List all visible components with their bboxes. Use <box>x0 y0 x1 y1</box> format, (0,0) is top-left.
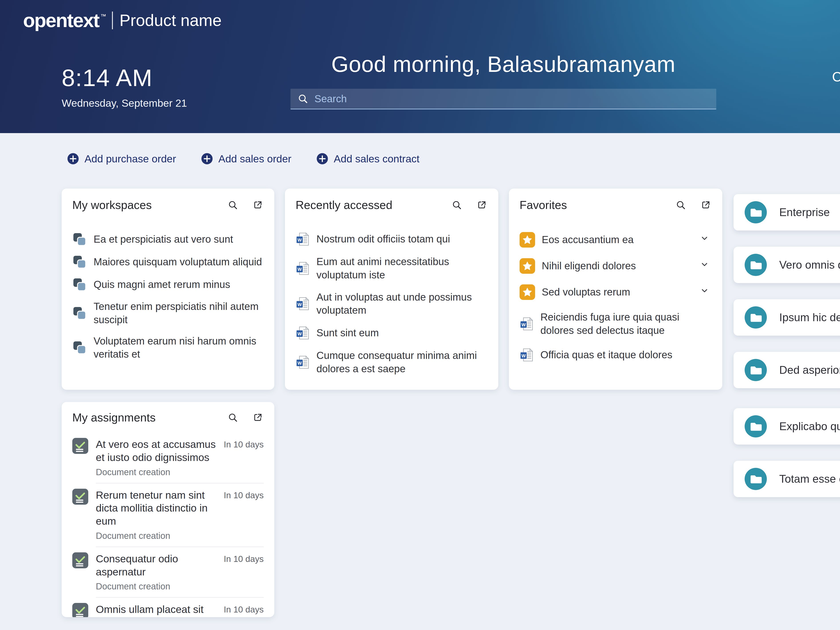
word-document-icon: W <box>295 261 310 275</box>
divider <box>96 483 264 483</box>
workspace-label: Tenetur enim perspiciatis nihil autem su… <box>93 300 264 326</box>
recent-item[interactable]: W Nostrum odit officiis totam qui <box>295 232 488 246</box>
assignment-title: Omnis ullam placeat sit aut reiciendis <box>96 603 224 617</box>
open-in-new-icon[interactable] <box>701 200 711 210</box>
search-icon[interactable] <box>228 412 238 423</box>
assignment-due: In 10 days <box>224 554 264 579</box>
global-search-bar[interactable] <box>291 89 716 109</box>
product-name: Product name <box>120 12 222 28</box>
recent-label: Aut in voluptas aut unde possimus volupt… <box>316 291 488 317</box>
assignment-item[interactable]: Consequatur odio aspernatur In 10 days D… <box>72 552 264 603</box>
assignment-due: In 10 days <box>224 491 264 528</box>
recent-item[interactable]: W Cumque consequatur minima animi dolore… <box>295 349 488 375</box>
folder-card[interactable]: Ded asperior <box>734 352 840 388</box>
favorite-item[interactable]: Eos accusantium ea <box>519 232 712 248</box>
star-icon <box>519 284 535 300</box>
open-in-new-icon[interactable] <box>253 412 263 423</box>
chevron-down-icon[interactable] <box>699 233 709 247</box>
assignment-title: Consequatur odio aspernatur <box>96 552 224 579</box>
favorite-item[interactable]: Nihil eligendi dolores <box>519 258 712 274</box>
card-title: Recently accessed <box>295 198 452 212</box>
open-in-new-icon[interactable] <box>253 200 263 210</box>
word-document-icon: W <box>295 297 310 311</box>
search-icon[interactable] <box>452 200 462 210</box>
word-document-icon: W <box>519 348 534 362</box>
trademark-symbol: ™ <box>101 13 106 19</box>
favorite-label: Reiciendis fuga iure quia quasi dolores … <box>540 310 712 337</box>
favorite-label: Eos accusantium ea <box>542 233 693 247</box>
search-icon[interactable] <box>676 200 686 210</box>
workspace-icon <box>72 306 87 321</box>
action-label: Add sales contract <box>334 153 420 165</box>
divider <box>96 546 264 547</box>
folder-card[interactable]: Totam esse o <box>734 461 840 497</box>
folder-card[interactable]: Enterprise <box>734 194 840 231</box>
workspace-item[interactable]: Maiores quisquam voluptatum aliquid <box>72 255 264 269</box>
recent-label: Sunt sint eum <box>316 326 488 340</box>
recent-label: Eum aut animi necessitatibus voluptatum … <box>316 255 488 282</box>
star-icon <box>519 232 535 248</box>
recent-item[interactable]: W Aut in voluptas aut unde possimus volu… <box>295 291 488 317</box>
workspace-icon <box>72 255 87 269</box>
word-document-icon: W <box>295 232 310 246</box>
search-input[interactable] <box>314 92 709 105</box>
chevron-down-icon[interactable] <box>699 259 709 272</box>
folder-icon <box>745 201 767 223</box>
assignment-subtitle: Document creation <box>96 531 264 541</box>
plus-circle-icon <box>67 153 79 165</box>
svg-text:W: W <box>521 322 526 327</box>
assignment-due: In 10 days <box>224 440 264 464</box>
folder-card[interactable]: Vero omnis d <box>734 247 840 283</box>
truncated-header-link[interactable]: C <box>832 69 840 84</box>
add-purchase-order-button[interactable]: Add purchase order <box>67 153 176 165</box>
workspace-icon <box>72 232 87 247</box>
chevron-down-icon[interactable] <box>699 285 709 299</box>
assignment-item[interactable]: At vero eos at accusamus et iusto odio d… <box>72 438 264 489</box>
assignment-item[interactable]: Rerum tenetur nam sint dicta mollitia di… <box>72 489 264 552</box>
folder-card[interactable]: Ipsum hic de <box>734 299 840 336</box>
recent-item[interactable]: W Sunt sint eum <box>295 326 488 340</box>
word-document-icon: W <box>295 355 310 369</box>
workspace-item[interactable]: Tenetur enim perspiciatis nihil autem su… <box>72 300 264 326</box>
assignment-subtitle: Document creation <box>96 467 264 477</box>
folder-icon <box>745 306 767 329</box>
favorite-item[interactable]: Sed voluptas rerum <box>519 284 712 300</box>
workspace-item[interactable]: Ea et perspiciatis aut vero sunt <box>72 232 264 247</box>
svg-text:W: W <box>298 361 302 366</box>
folder-card-label: Totam esse o <box>779 473 840 485</box>
folder-icon <box>745 415 767 437</box>
svg-text:W: W <box>298 302 302 307</box>
recent-label: Cumque consequatur minima animi dolores … <box>316 349 488 375</box>
assignment-item[interactable]: Omnis ullam placeat sit aut reiciendis I… <box>72 603 264 617</box>
folder-card[interactable]: Explicabo qu <box>734 408 840 445</box>
clock-widget: 8:14 AM Wednesday, September 21 <box>62 65 187 109</box>
task-check-icon <box>72 489 88 505</box>
search-icon[interactable] <box>228 200 238 210</box>
app-header: opentext ™ Product name 8:14 AM Wednesda… <box>0 0 840 133</box>
assignment-title: Rerum tenetur nam sint dicta mollitia di… <box>96 489 224 528</box>
workspace-item[interactable]: Quis magni amet rerum minus <box>72 277 264 292</box>
word-document-icon: W <box>295 326 310 340</box>
svg-text:W: W <box>298 267 302 272</box>
brand-divider <box>112 11 113 29</box>
workspace-label: Maiores quisquam voluptatum aliquid <box>93 255 264 269</box>
word-document-icon: W <box>519 317 534 331</box>
add-sales-order-button[interactable]: Add sales order <box>201 153 291 165</box>
recent-item[interactable]: W Eum aut animi necessitatibus voluptatu… <box>295 255 488 282</box>
favorite-document-item[interactable]: W Officia quas et itaque dolores <box>519 348 712 362</box>
add-sales-contract-button[interactable]: Add sales contract <box>316 153 420 165</box>
folder-card-label: Enterprise <box>779 206 830 219</box>
svg-text:W: W <box>521 353 526 358</box>
assignment-title: At vero eos at accusamus et iusto odio d… <box>96 438 224 464</box>
favorite-document-item[interactable]: W Reiciendis fuga iure quia quasi dolore… <box>519 310 712 337</box>
star-icon <box>519 258 535 274</box>
workspace-label: Ea et perspiciatis aut vero sunt <box>93 233 264 246</box>
folder-card-label: Explicabo qu <box>779 420 840 433</box>
my-workspaces-card: My workspaces Ea et perspiciatis aut ver… <box>62 188 274 390</box>
workspace-item[interactable]: Voluptatem earum nisi harum omnis verita… <box>72 334 264 361</box>
task-check-icon <box>72 438 88 454</box>
my-assignments-card: My assignments At vero eos at accusamus … <box>62 402 274 617</box>
card-title: Favorites <box>519 198 676 212</box>
favorite-label: Officia quas et itaque dolores <box>540 348 712 362</box>
open-in-new-icon[interactable] <box>477 200 487 210</box>
